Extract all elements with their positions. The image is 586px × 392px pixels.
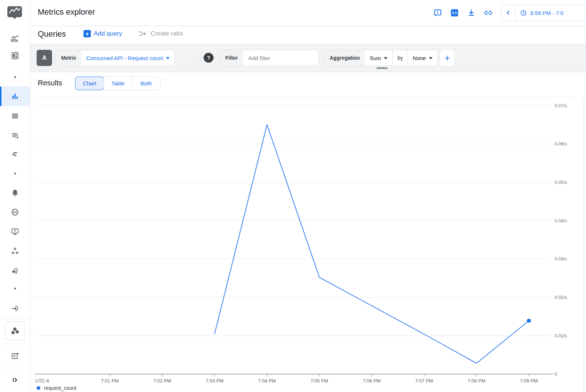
chart-line-request_count	[215, 125, 529, 363]
metric-dropdown[interactable]: Consumed API - Request count	[81, 50, 174, 66]
sidebar-divider	[0, 368, 30, 368]
release-notes-compose-icon	[11, 352, 19, 360]
sidebar-item-alerting[interactable]	[0, 185, 30, 201]
x-axis-tick-label: 7:09 PM	[520, 378, 538, 384]
dashboards-grid-icon	[11, 51, 19, 60]
y-axis-tick-label: 0.05/s	[555, 180, 567, 185]
list-lines-icon	[11, 111, 19, 120]
aggregation-chip: Aggregation Sum by None	[324, 50, 438, 66]
x-axis-tick-label: 7:01 PM	[101, 378, 119, 384]
x-axis-tick-label: 7:04 PM	[258, 378, 276, 384]
dropdown-caret-icon	[166, 57, 170, 59]
y-axis-tick-label: 0.06/s	[555, 141, 567, 147]
sidebar-item-integrations[interactable]	[0, 263, 30, 279]
sidebar-item-trace[interactable]	[0, 146, 30, 162]
metrics-explorer-bars-icon	[11, 92, 19, 101]
metric-help-button[interactable]: ?	[204, 53, 214, 63]
sidebar-item-logs-explorer[interactable]	[0, 127, 30, 144]
by-label: by	[392, 50, 408, 66]
chart-endpoint-dot	[527, 319, 531, 323]
uptime-check-icon	[11, 208, 19, 217]
sidebar-separator-dot	[0, 167, 30, 180]
filter-chip: Filter	[220, 50, 319, 66]
separator-dot	[14, 76, 16, 78]
logs-search-icon	[11, 131, 19, 140]
metrics-explorer-page: 0.07/s0.06/s0.05/s0.04/s0.03/s0.02/s0.01…	[0, 0, 586, 392]
query-letter-badge[interactable]: A	[37, 50, 52, 66]
filter-label: Filter	[220, 50, 243, 66]
sidebar-separator-dot	[0, 282, 30, 295]
sidebar-item-metrics-explorer[interactable]	[0, 88, 30, 104]
y-axis-tick-label: 0	[555, 372, 557, 377]
sidebar-divider	[0, 319, 30, 319]
kubernetes-hexagons-icon	[10, 326, 20, 336]
separator-dot	[14, 288, 16, 289]
monitor-screen-icon	[11, 227, 19, 236]
y-axis-tick-label: 0.04/s	[555, 218, 567, 223]
x-axis-tick-label: 7:06 PM	[363, 378, 381, 384]
y-axis-tick-label: 0.02/s	[555, 295, 567, 300]
metric-chip: Metric Consumed API - Request count	[56, 50, 175, 66]
data-collection-arrow-icon	[11, 304, 19, 313]
sidebar-item-media-dashboard[interactable]	[0, 223, 30, 240]
legend-series-label: request_count	[44, 385, 77, 391]
separator-dot	[14, 173, 16, 174]
trace-spans-icon	[11, 150, 19, 159]
filter-input-area	[243, 50, 318, 66]
filter-input[interactable]	[248, 55, 314, 62]
expand-nav-button[interactable]	[0, 372, 30, 388]
aggregation-dropdown[interactable]: Sum	[365, 50, 392, 66]
x-axis-tick-label: 7:03 PM	[206, 378, 223, 384]
sidebar-item-data-collection[interactable]	[0, 300, 30, 317]
group-by-value: None	[413, 55, 426, 61]
x-axis-tick-label: 7:05 PM	[311, 378, 328, 384]
sidebar-item-release-notes[interactable]	[0, 348, 30, 364]
dropdown-caret-icon	[429, 57, 433, 59]
expand-nav-icon	[11, 376, 19, 384]
sidebar-item-dashboards[interactable]	[0, 48, 30, 64]
dropdown-caret-icon	[384, 57, 387, 59]
alerting-bell-icon	[11, 189, 19, 197]
sidebar-item-groups[interactable]	[0, 243, 30, 259]
metric-value: Consumed API - Request count	[86, 55, 163, 61]
timezone-label: UTC-6	[35, 378, 49, 384]
y-axis-tick-label: 0.07/s	[555, 103, 567, 108]
sidebar-divider	[0, 344, 30, 344]
chip-connector	[213, 58, 220, 58]
left-nav-sidebar	[0, 0, 30, 392]
sidebar-separator-dot	[0, 70, 30, 84]
legend-series-color-dot	[37, 386, 40, 390]
y-axis-tick-label: 0.03/s	[555, 256, 567, 262]
aggregation-label: Aggregation	[324, 50, 365, 66]
monitoring-logo-icon	[6, 4, 23, 21]
cloud-monitoring-logo[interactable]	[6, 4, 23, 21]
integrations-circles-icon	[11, 266, 19, 275]
y-axis-tick-label: 0.01/s	[555, 333, 567, 339]
sidebar-item-overview[interactable]	[0, 31, 30, 47]
aggregation-value: Sum	[370, 55, 381, 61]
x-axis-tick-label: 7:08 PM	[468, 378, 485, 384]
sidebar-item-kubernetes-engine[interactable]	[5, 321, 25, 340]
group-by-dropdown[interactable]: None	[408, 50, 437, 66]
sidebar-item-list[interactable]	[0, 108, 30, 124]
add-aggregation-button[interactable]: +	[440, 50, 454, 66]
overview-line-chart-icon	[10, 34, 20, 44]
groups-nodes-icon	[11, 247, 19, 255]
metric-label: Metric	[56, 50, 81, 66]
x-axis-tick-label: 7:02 PM	[153, 378, 171, 384]
chart-legend: request_count	[37, 385, 77, 391]
x-axis-tick-label: 7:07 PM	[415, 378, 433, 384]
sidebar-item-uptime-checks[interactable]	[0, 204, 30, 220]
